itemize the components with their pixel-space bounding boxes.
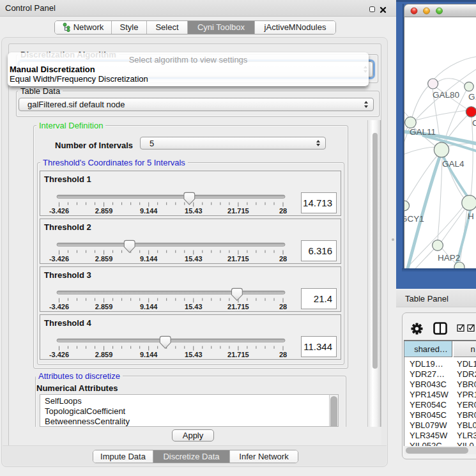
svg-text:9.144: 9.144 (140, 255, 158, 263)
svg-text:-3.426: -3.426 (49, 255, 69, 263)
svg-text:G.: G. (468, 92, 476, 102)
svg-text:21.715: 21.715 (227, 207, 249, 215)
svg-text:28: 28 (279, 351, 287, 358)
svg-text:21.715: 21.715 (227, 303, 249, 311)
svg-text:15.43: 15.43 (185, 255, 203, 263)
svg-text:9.144: 9.144 (140, 207, 158, 215)
svg-text:-3.426: -3.426 (49, 207, 69, 215)
svg-text:HAP2: HAP2 (438, 253, 460, 263)
svg-text:2.859: 2.859 (95, 255, 113, 263)
svg-text:GCY1: GCY1 (404, 214, 424, 224)
svg-text:28: 28 (279, 207, 287, 215)
svg-text:28: 28 (279, 255, 287, 263)
svg-text:15.43: 15.43 (185, 303, 203, 311)
svg-text:15.43: 15.43 (185, 351, 203, 358)
svg-text:H: H (468, 211, 474, 221)
svg-text:2.859: 2.859 (95, 207, 113, 215)
svg-text:15.43: 15.43 (185, 207, 203, 215)
svg-text:9.144: 9.144 (140, 351, 158, 358)
svg-text:GAL11: GAL11 (410, 127, 436, 137)
svg-text:21.715: 21.715 (227, 255, 249, 263)
svg-text:C: C (472, 118, 476, 128)
svg-text:9.144: 9.144 (140, 303, 158, 311)
svg-text:-3.426: -3.426 (49, 351, 69, 358)
svg-text:2.859: 2.859 (95, 303, 113, 311)
svg-text:21.715: 21.715 (227, 351, 249, 358)
svg-text:28: 28 (279, 303, 287, 311)
svg-text:GAL4: GAL4 (442, 159, 464, 169)
svg-text:2.859: 2.859 (95, 351, 113, 358)
svg-text:GAL80: GAL80 (433, 90, 459, 100)
svg-text:-3.426: -3.426 (49, 303, 69, 311)
